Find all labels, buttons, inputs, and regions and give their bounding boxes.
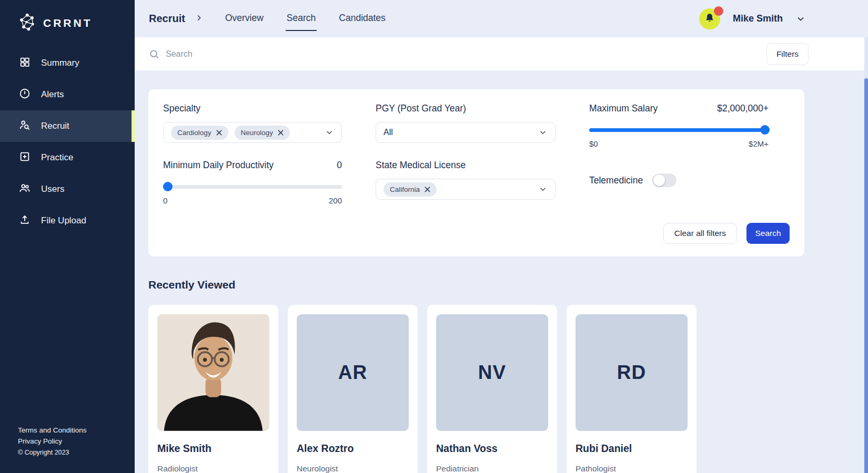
slider-thumb[interactable] (760, 125, 770, 135)
pgy-value: All (383, 128, 393, 137)
pgy-label: PGY (Post Grad Year) (376, 103, 466, 114)
copyright-text: © Copyright 2023 (18, 447, 135, 458)
chevron-down-icon[interactable] (538, 128, 548, 137)
chip-label: Cardiology (177, 129, 211, 137)
candidate-name: Alex Roztro (297, 443, 409, 455)
tab-overview[interactable]: Overview (224, 9, 265, 28)
telemedicine-label: Telemedicine (589, 175, 643, 186)
person-search-icon (19, 119, 31, 133)
state-chip-california[interactable]: California (383, 182, 437, 197)
max-salary-min: $0 (589, 139, 598, 148)
sidebar-item-summary[interactable]: Summary (0, 47, 135, 79)
clear-all-filters-button[interactable]: Clear all filters (663, 223, 737, 244)
header-tabs: Overview Search Candidates (224, 9, 387, 28)
apply-search-button[interactable]: Search (746, 223, 790, 244)
brand-name: CRRNT (43, 17, 93, 29)
max-salary-value: $2,000,000+ (717, 103, 769, 114)
candidate-name: Rubi Daniel (576, 443, 688, 455)
sidebar-item-label: Recruit (41, 121, 69, 131)
main-content: Specialty Cardiology Neurology (148, 89, 804, 473)
specialty-label: Specialty (163, 103, 200, 114)
candidate-title: Neurologist (297, 464, 409, 473)
avatar-initials: NV (478, 362, 506, 384)
notification-dot (714, 6, 723, 16)
scrollbar-thumb[interactable] (864, 78, 868, 473)
candidate-card[interactable]: RD Rubi Daniel Pathologist (567, 305, 697, 473)
sidebar-item-label: File Upload (41, 215, 86, 226)
notifications-button[interactable] (699, 8, 720, 29)
close-icon[interactable] (425, 187, 430, 192)
pgy-select[interactable]: All (376, 122, 556, 143)
candidate-name: Mike Smith (157, 443, 269, 455)
sidebar-item-label: Summary (41, 58, 79, 68)
user-menu-name[interactable]: Mike Smith (733, 13, 783, 24)
chip-label: Neurology (241, 129, 274, 137)
max-salary-max: $2M+ (749, 139, 769, 148)
filters-button[interactable]: Filters (766, 43, 809, 65)
tab-search[interactable]: Search (286, 9, 317, 28)
min-productivity-min: 0 (163, 196, 167, 205)
sidebar-item-alerts[interactable]: Alerts (0, 79, 135, 110)
sidebar-item-label: Alerts (41, 89, 64, 100)
state-license-filter: State Medical License California (376, 160, 556, 205)
specialty-multiselect[interactable]: Cardiology Neurology (163, 122, 342, 143)
terms-link[interactable]: Terms and Conditions (18, 425, 135, 436)
alert-circle-icon (19, 88, 31, 102)
header-right: Mike Smith (699, 8, 806, 29)
chevron-down-icon[interactable] (795, 14, 806, 24)
candidate-card[interactable]: Mike Smith Radiologist (148, 305, 278, 473)
candidate-title: Pediatrician (436, 464, 548, 473)
specialty-filter: Specialty Cardiology Neurology (163, 103, 342, 148)
recently-viewed-title: Recently Viewed (148, 279, 804, 291)
sidebar-nav: Summary Alerts Recruit (0, 47, 135, 236)
network-graph-icon (18, 12, 38, 35)
pgy-filter: PGY (Post Grad Year) All (376, 103, 556, 148)
state-license-multiselect[interactable]: California (376, 179, 556, 200)
grid-icon (19, 56, 31, 70)
candidate-initials-avatar: AR (297, 314, 409, 431)
candidate-card[interactable]: NV Nathan Voss Pediatrician (427, 305, 557, 473)
recently-viewed-cards: Mike Smith Radiologist AR Alex Roztro Ne… (148, 305, 804, 473)
chevron-down-icon[interactable] (325, 128, 334, 137)
chip-label: California (390, 186, 420, 193)
slider-thumb[interactable] (163, 182, 173, 191)
avatar-initials: RD (617, 362, 646, 384)
search-input[interactable] (166, 49, 587, 59)
brand-logo[interactable]: CRRNT (0, 0, 135, 34)
min-productivity-max: 200 (329, 196, 342, 205)
telemedicine-filter: Telemedicine (589, 160, 769, 205)
max-salary-label: Maximum Salary (589, 103, 658, 114)
state-license-label: State Medical License (376, 160, 466, 171)
breadcrumb[interactable]: Recruit (149, 13, 203, 25)
min-productivity-filter: Minimum Daily Productivity 0 0 200 (163, 160, 342, 205)
min-productivity-slider[interactable] (163, 182, 342, 191)
tab-candidates[interactable]: Candidates (338, 9, 387, 28)
specialty-chip-cardiology[interactable]: Cardiology (171, 126, 228, 140)
sidebar: CRRNT Summary Alerts (0, 0, 135, 473)
global-search-bar: Filters (135, 37, 868, 70)
sidebar-item-users[interactable]: Users (0, 173, 135, 205)
upload-icon (19, 214, 31, 228)
min-productivity-label: Minimum Daily Productivity (163, 160, 274, 171)
candidate-title: Pathologist (576, 464, 688, 473)
candidate-card[interactable]: AR Alex Roztro Neurologist (288, 305, 418, 473)
avatar-initials: AR (338, 362, 367, 384)
max-salary-filter: Maximum Salary $2,000,000+ $0 $2M+ (589, 103, 769, 148)
candidate-initials-avatar: RD (576, 314, 688, 431)
sidebar-item-recruit[interactable]: Recruit (0, 110, 135, 142)
sidebar-item-file-upload[interactable]: File Upload (0, 205, 135, 236)
close-icon[interactable] (216, 130, 222, 136)
sidebar-item-practice[interactable]: Practice (0, 142, 135, 173)
telemedicine-toggle[interactable] (652, 173, 677, 187)
sidebar-item-label: Users (41, 184, 64, 194)
close-icon[interactable] (278, 130, 284, 136)
max-salary-slider[interactable] (589, 125, 769, 135)
filter-panel: Specialty Cardiology Neurology (148, 89, 804, 256)
chevron-down-icon[interactable] (538, 184, 548, 194)
candidate-name: Nathan Voss (436, 443, 548, 455)
privacy-link[interactable]: Privacy Policy (18, 436, 135, 447)
breadcrumb-label: Recruit (149, 13, 185, 25)
top-header: Recruit Overview Search Candidates Mike … (135, 0, 868, 37)
specialty-chip-neurology[interactable]: Neurology (235, 126, 290, 140)
candidate-photo (157, 314, 269, 431)
